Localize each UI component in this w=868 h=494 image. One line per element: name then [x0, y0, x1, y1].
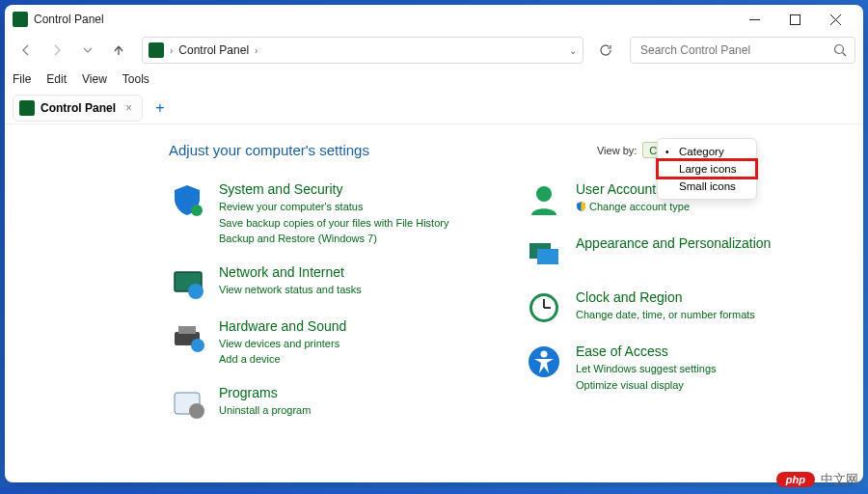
page-heading: Adjust your computer's settings [169, 142, 369, 158]
control-panel-icon [13, 12, 28, 27]
svg-point-14 [189, 403, 204, 419]
dropdown-item-category[interactable]: •Category [658, 143, 756, 160]
left-column: System and Security Review your computer… [169, 181, 487, 439]
view-by-label: View by: [597, 145, 637, 156]
chevron-down-icon[interactable]: ⌄ [569, 45, 577, 56]
category-link[interactable]: Change account type [576, 199, 690, 215]
svg-point-12 [191, 339, 204, 352]
menu-tools[interactable]: Tools [122, 72, 149, 86]
minimize-button[interactable] [734, 6, 774, 33]
svg-point-15 [536, 186, 552, 202]
category-link[interactable]: Add a device [219, 351, 346, 368]
right-column: User Accounts Change account type Appear… [526, 181, 844, 439]
tab-row: Control Panel × + [5, 92, 863, 124]
category-title[interactable]: System and Security [219, 181, 448, 197]
category-ease-of-access: Ease of Access Let Windows suggest setti… [526, 343, 844, 393]
address-icon [149, 42, 164, 58]
add-tab-button[interactable]: + [149, 96, 172, 120]
svg-point-6 [191, 205, 203, 216]
search-icon [833, 43, 847, 57]
category-link[interactable]: View devices and printers [219, 336, 346, 352]
svg-rect-0 [749, 19, 760, 20]
watermark-logo: php [776, 472, 815, 487]
category-title[interactable]: Programs [219, 385, 311, 400]
dropdown-item-small-icons[interactable]: Small icons [658, 178, 756, 195]
refresh-button[interactable] [591, 37, 620, 64]
svg-point-4 [835, 45, 844, 54]
category-programs: Programs Uninstall a program [169, 385, 487, 422]
printer-icon [169, 318, 205, 355]
tab-label: Control Panel [41, 101, 116, 115]
svg-rect-17 [537, 249, 558, 264]
watermark-text: 中文网 [821, 471, 858, 487]
category-link[interactable]: Backup and Restore (Windows 7) [219, 231, 448, 247]
category-hardware-sound: Hardware and Sound View devices and prin… [169, 318, 487, 368]
category-clock-region: Clock and Region Change date, time, or n… [526, 289, 844, 326]
category-appearance-personalization: Appearance and Personalization [526, 235, 844, 272]
svg-line-5 [843, 53, 847, 57]
user-icon [526, 181, 562, 218]
dropdown-item-large-icons[interactable]: Large icons [658, 160, 756, 178]
category-link[interactable]: Optimize visual display [576, 377, 717, 394]
category-title[interactable]: Clock and Region [576, 289, 755, 305]
category-title[interactable]: Network and Internet [219, 264, 362, 280]
content-area: Adjust your computer's settings View by:… [5, 124, 863, 482]
maximize-button[interactable] [774, 6, 815, 33]
address-bar[interactable]: › Control Panel › ⌄ [142, 37, 583, 64]
tab-control-panel[interactable]: Control Panel × [13, 95, 143, 122]
back-button[interactable] [13, 37, 40, 64]
svg-point-23 [541, 351, 548, 358]
svg-rect-1 [790, 14, 800, 24]
menu-file[interactable]: File [13, 72, 31, 86]
category-columns: System and Security Review your computer… [169, 181, 844, 439]
forward-button[interactable] [43, 37, 70, 64]
menu-bar: File Edit View Tools [5, 67, 863, 92]
recent-button[interactable] [74, 37, 101, 64]
shield-icon [169, 181, 205, 218]
category-system-security: System and Security Review your computer… [169, 181, 487, 247]
svg-rect-11 [178, 326, 196, 334]
clock-icon [526, 289, 562, 326]
control-panel-window: Control Panel › Control Panel › ⌄ File E… [5, 5, 863, 482]
category-title[interactable]: Hardware and Sound [219, 318, 346, 334]
appearance-icon [526, 235, 562, 272]
chevron-right-icon: › [170, 45, 173, 56]
navigation-row: › Control Panel › ⌄ [5, 34, 863, 67]
category-title[interactable]: Ease of Access [576, 343, 717, 359]
window-title: Control Panel [34, 13, 104, 26]
category-network-internet: Network and Internet View network status… [169, 264, 487, 301]
watermark: php 中文网 [776, 471, 858, 487]
breadcrumb[interactable]: Control Panel [178, 43, 249, 57]
view-by-dropdown: •Category Large icons Small icons [657, 138, 757, 200]
titlebar: Control Panel [5, 5, 863, 34]
up-button[interactable] [105, 37, 132, 64]
category-link[interactable]: View network status and tasks [219, 282, 362, 298]
category-link[interactable]: Change date, time, or number formats [576, 307, 755, 323]
category-link[interactable]: Save backup copies of your files with Fi… [219, 215, 448, 232]
search-input[interactable] [638, 42, 833, 58]
programs-icon [169, 385, 205, 422]
close-button[interactable] [815, 6, 855, 33]
category-link[interactable]: Review your computer's status [219, 199, 448, 215]
tab-icon [19, 100, 35, 116]
globe-icon [169, 264, 205, 301]
chevron-right-icon: › [255, 45, 258, 56]
svg-point-9 [188, 284, 203, 299]
search-box[interactable] [630, 37, 855, 64]
uac-shield-icon [576, 201, 586, 211]
window-controls [734, 6, 855, 33]
tab-close-button[interactable]: × [125, 101, 132, 115]
ease-of-access-icon [526, 343, 562, 380]
category-link[interactable]: Uninstall a program [219, 402, 311, 419]
category-link[interactable]: Let Windows suggest settings [576, 361, 717, 377]
menu-edit[interactable]: Edit [46, 72, 67, 86]
menu-view[interactable]: View [82, 72, 107, 86]
category-title[interactable]: Appearance and Personalization [576, 235, 771, 251]
